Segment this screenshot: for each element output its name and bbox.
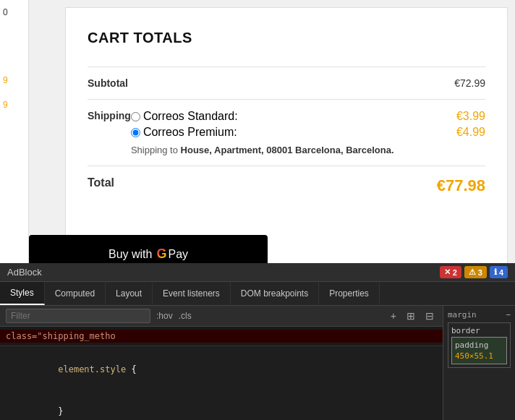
adblock-label: AdBlock	[7, 267, 42, 278]
add-rule-button[interactable]: +	[388, 309, 399, 323]
shipping-premium-price: €4.99	[456, 126, 485, 139]
shipping-premium-row: Correos Premium: €4.99	[131, 126, 485, 139]
total-row: Total €77.98	[88, 166, 485, 206]
filter-hov[interactable]: :hov	[156, 311, 173, 321]
tab-computed[interactable]: Computed	[45, 283, 106, 304]
shipping-label: Shipping	[88, 100, 131, 166]
code-element-style: element.style {	[6, 349, 437, 391]
settings-button[interactable]: ⊟	[422, 309, 437, 323]
border-label: border	[451, 326, 507, 335]
shipping-standard-row: Correos Standard: €3.99	[131, 110, 485, 123]
devtools-tabs: Styles Computed Layout Event listeners D…	[0, 282, 515, 306]
adblock-badges: ✕ 2 ⚠ 3 ℹ 4	[440, 266, 508, 278]
left-value-2: 9	[3, 75, 25, 85]
box-model-panel: margin − border padding 450×55.1	[443, 306, 515, 420]
filter-input[interactable]	[6, 309, 150, 323]
filter-buttons: + ⊞ ⊟	[388, 309, 437, 323]
shipping-to-address: House, Apartment, 08001 Barcelona, Barce…	[181, 145, 394, 155]
padding-box: padding 450×55.1	[451, 337, 507, 364]
border-box: border padding 450×55.1	[448, 322, 511, 368]
minus-icon: −	[506, 310, 511, 320]
filter-bar: :hov .cls + ⊞ ⊟	[0, 306, 443, 327]
cart-title: CART TOTALS	[88, 30, 485, 46]
tab-dom-breakpoints[interactable]: DOM breakpoints	[231, 283, 319, 304]
cart-table: Subtotal €72.99 Shipping Correos Standar…	[88, 67, 485, 205]
info-count: 4	[499, 268, 503, 277]
box-dimensions: 450×55.1	[455, 351, 503, 361]
badge-errors: ✕ 2	[440, 266, 461, 278]
left-value-3: 9	[3, 100, 25, 110]
subtotal-label: Subtotal	[88, 67, 131, 100]
shipping-standard-label: Correos Standard:	[143, 110, 238, 123]
tab-styles[interactable]: Styles	[0, 282, 45, 305]
tab-properties[interactable]: Properties	[319, 283, 380, 304]
source-code-text: class="shipping_metho	[6, 331, 116, 341]
error-count: 2	[453, 268, 457, 277]
badge-warnings: ⚠ 3	[464, 266, 487, 278]
devtools-body: :hov .cls + ⊞ ⊟ class="shipping_metho el…	[0, 306, 515, 420]
left-panel: 0 9 9	[0, 0, 29, 281]
shipping-standard-price: €3.99	[456, 110, 485, 123]
devtools-code-area: element.style { } ul#shipping_method { e…	[0, 346, 443, 420]
gpay-logo: G Pay	[156, 247, 188, 262]
badge-info: ℹ 4	[490, 266, 508, 278]
tab-layout[interactable]: Layout	[106, 283, 153, 304]
filter-cls[interactable]: .cls	[179, 311, 192, 321]
subtotal-row: Subtotal €72.99	[88, 67, 485, 100]
g-letter: G	[156, 247, 166, 262]
shipping-row: Shipping Correos Standard: €3.99 Correos…	[88, 100, 485, 166]
tab-event-listeners[interactable]: Event listeners	[153, 283, 231, 304]
left-value-1: 0	[3, 7, 25, 17]
x-icon: ✕	[444, 267, 451, 277]
info-icon: ℹ	[494, 267, 497, 277]
shipping-premium-label: Correos Premium:	[143, 126, 237, 139]
warning-icon: ⚠	[469, 267, 476, 277]
shipping-premium-name: Correos Premium:	[131, 126, 237, 139]
subtotal-value: €72.99	[131, 67, 485, 100]
total-label: Total	[88, 166, 131, 206]
warning-count: 3	[478, 268, 482, 277]
buy-label: Buy with	[108, 248, 152, 261]
total-value: €77.98	[131, 166, 485, 206]
shipping-standard-name: Correos Standard:	[131, 110, 238, 123]
copy-button[interactable]: ⊞	[404, 309, 418, 323]
padding-label: padding	[455, 340, 503, 350]
shipping-premium-radio[interactable]	[131, 128, 140, 137]
shipping-standard-radio[interactable]	[131, 112, 140, 121]
code-close-1: }	[6, 391, 437, 420]
margin-header: margin −	[448, 310, 511, 320]
shipping-options-cell: Correos Standard: €3.99 Correos Premium:…	[131, 100, 485, 166]
shipping-to-line: Shipping to House, Apartment, 08001 Barc…	[131, 145, 485, 155]
adblock-bar: AdBlock ✕ 2 ⚠ 3 ℹ 4	[0, 263, 515, 281]
shipping-to-label: Shipping to	[131, 145, 178, 155]
source-highlight-line: class="shipping_metho	[0, 330, 443, 343]
pay-label: Pay	[168, 248, 188, 261]
devtools-panel: Styles Computed Layout Event listeners D…	[0, 281, 515, 420]
